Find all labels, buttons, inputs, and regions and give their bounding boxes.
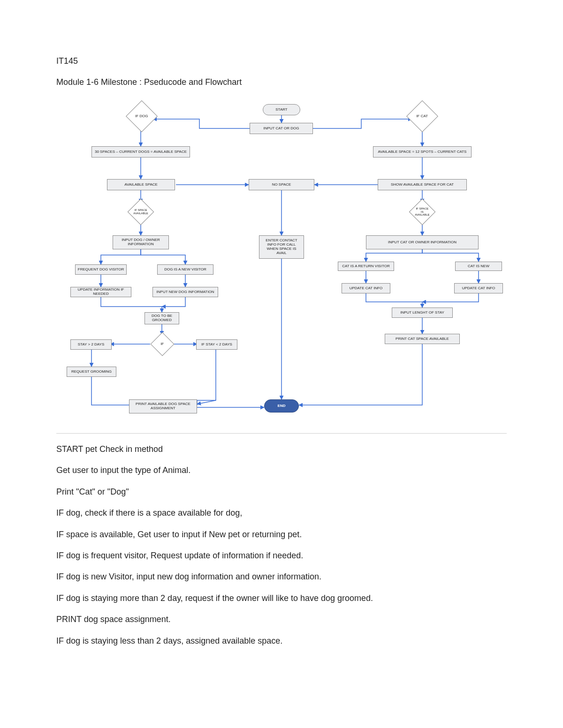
node-frequent-dog-visitor: FREQUENT DOG VISITOR (75, 264, 127, 275)
pseudocode-line: IF dog is staying less than 2 days, assi… (56, 636, 507, 646)
node-cat-return-visitor: CAT IS A RETURN VISITOR (338, 262, 394, 271)
node-if-stay-less-2: IF STAY < 2 DAYS (196, 339, 237, 350)
label: INPUT CAT OR DOG (263, 127, 299, 131)
label: ENTER CONTACT INFO FOR CALL WHEN SPACE I… (261, 239, 302, 255)
pseudocode-line: IF dog is staying more than 2 day, reque… (56, 593, 507, 604)
node-print-cat-space: PRINT CAT SPACE AVAILABLE (385, 334, 460, 344)
node-enter-contact: ENTER CONTACT INFO FOR CALL WHEN SPACE I… (259, 235, 304, 259)
node-cat-is-new: CAT IS NEW (455, 262, 502, 271)
label: CAT IS NEW (468, 264, 489, 269)
label: STAY > 2 DAYS (78, 343, 105, 347)
pseudocode-line: Get user to input the type of Animal. (56, 465, 507, 476)
divider (56, 433, 507, 434)
node-dog-to-groom: DOG TO BE GROOMED (145, 312, 179, 324)
pseudocode-line: IF space is available, Get user to input… (56, 529, 507, 540)
label: FREQUENT DOG VISITOR (78, 268, 124, 272)
label: INPUT CAT OR OWNER INFORMATION (388, 240, 456, 245)
node-input-cat-owner: INPUT CAT OR OWNER INFORMATION (366, 235, 479, 249)
label: IF SPACE AVAILABLE (133, 209, 148, 215)
label: REQUEST GROOMING (71, 370, 112, 374)
node-no-space: NO SPACE (249, 179, 314, 190)
flowchart: START INPUT CAT OR DOG IF DOG IF CAT 30 … (56, 100, 507, 428)
node-request-grooming: REQUEST GROOMING (67, 367, 116, 377)
label: IF CAT (413, 114, 431, 119)
node-end: END (264, 399, 299, 413)
node-if-space-available-cat: IF SPACE IS AVAILABLE (409, 199, 436, 225)
label: 30 SPACES – CURRENT DOGS = AVAILABLE SPA… (95, 150, 187, 154)
node-update-info: UPDATE INFORMATION IF NEEDED (70, 287, 131, 297)
node-input-new-dog-info: INPUT NEW DOG INFORMATION (152, 287, 218, 297)
label: NO SPACE (272, 183, 291, 187)
label: IF DOG (133, 114, 151, 119)
pseudocode-line: IF dog is frequent visitor, Request upda… (56, 550, 507, 561)
label: AVAILABLE SPACE (124, 183, 158, 187)
label: PRINT AVAILABLE DOG SPACE ASSIGNMENT (131, 402, 195, 411)
node-if-cat: IF CAT (406, 100, 438, 132)
label: UPDATE CAT INFO (462, 286, 495, 291)
label: DOG IS A NEW VISITOR (164, 268, 206, 272)
label: SHOW AVAILABLE SPACE FOR CAT (391, 183, 454, 187)
pseudocode-line: IF dog is new Visitor, input new dog inf… (56, 571, 507, 582)
node-if-diamond: IF (151, 332, 175, 356)
label: IF (156, 342, 168, 346)
node-stay-greater-2: STAY > 2 DAYS (70, 339, 112, 350)
pseudocode-line: IF dog, check if there is a space availa… (56, 508, 507, 518)
label: INPUT NEW DOG INFORMATION (157, 290, 214, 294)
pseudocode-line: Print "Cat" or "Dog" (56, 487, 507, 497)
node-input-dog-owner: INPUT DOG / OWNER INFORMATION (113, 235, 169, 249)
node-dog-spaces-calc: 30 SPACES – CURRENT DOGS = AVAILABLE SPA… (91, 146, 190, 158)
label: INPUT LENGHT OF STAY (400, 311, 444, 315)
node-start: START (263, 104, 300, 115)
node-cat-spaces-calc: AVAILABLE SPACE = 12 SPOTS – CURRENT CAT… (373, 146, 472, 158)
label: IF STAY < 2 DAYS (201, 343, 232, 347)
node-dog-new-visitor: DOG IS A NEW VISITOR (157, 264, 213, 275)
label: END (278, 404, 286, 408)
label: IF SPACE IS AVAILABLE (415, 207, 429, 217)
pseudocode-line: START pet Check in method (56, 444, 507, 455)
label: DOG TO BE GROOMED (147, 314, 177, 323)
label: UPDATE CAT INFO (350, 286, 383, 291)
label: INPUT DOG / OWNER INFORMATION (115, 238, 167, 247)
pseudocode-section: START pet Check in method Get user to in… (56, 444, 507, 646)
label: AVAILABLE SPACE = 12 SPOTS – CURRENT CAT… (378, 150, 467, 154)
label: CAT IS A RETURN VISITOR (342, 264, 389, 269)
node-if-space-available-dog: IF SPACE AVAILABLE (128, 199, 154, 225)
node-input-cat-or-dog: INPUT CAT OR DOG (250, 123, 313, 134)
node-update-cat-info: UPDATE CAT INFO (342, 283, 390, 293)
label: UPDATE INFORMATION IF NEEDED (73, 288, 129, 296)
node-input-length-stay: INPUT LENGHT OF STAY (392, 308, 453, 318)
pseudocode-line: PRINT dog space assignment. (56, 614, 507, 625)
node-update-cat-info2: UPDATE CAT INFO (454, 283, 503, 293)
node-show-cat-space: SHOW AVAILABLE SPACE FOR CAT (378, 179, 467, 190)
page-title: Module 1-6 Milestone : Pseducode and Flo… (56, 77, 507, 87)
course-code: IT145 (56, 56, 507, 66)
node-start-label: START (275, 108, 287, 112)
node-print-dog-space: PRINT AVAILABLE DOG SPACE ASSIGNMENT (129, 399, 197, 413)
label: PRINT CAT SPACE AVAILABLE (396, 337, 449, 341)
node-if-dog: IF DOG (126, 100, 158, 132)
node-available-space: AVAILABLE SPACE (107, 179, 175, 190)
